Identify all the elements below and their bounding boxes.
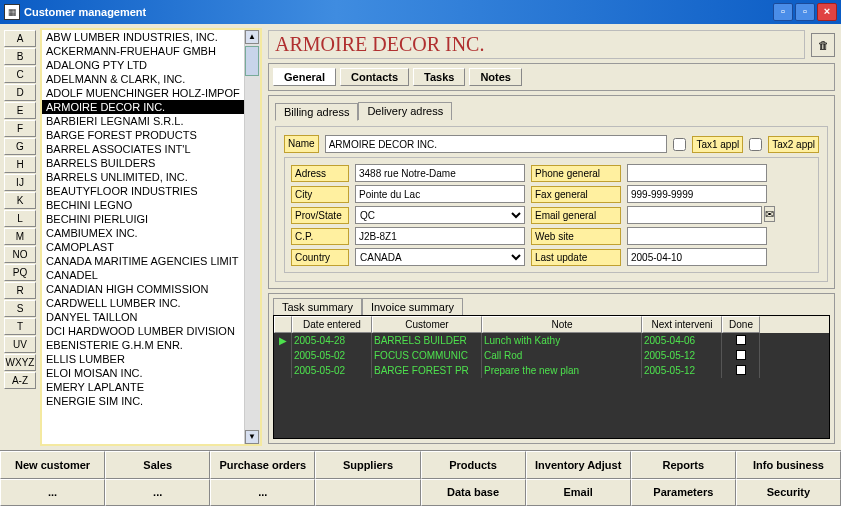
list-item[interactable]: ELOI MOISAN INC. bbox=[42, 366, 260, 380]
tab-notes[interactable]: Notes bbox=[469, 68, 522, 86]
toolbar-purchase-orders[interactable]: Purchase orders bbox=[210, 451, 315, 479]
country-select[interactable]: CANADA bbox=[355, 248, 525, 266]
toolbar-...[interactable]: ... bbox=[210, 479, 315, 507]
email-icon-button[interactable]: ✉ bbox=[764, 206, 775, 222]
list-item[interactable]: DCI HARDWOOD LUMBER DIVISION bbox=[42, 324, 260, 338]
list-item[interactable]: ADALONG PTY LTD bbox=[42, 58, 260, 72]
tab-tasks[interactable]: Tasks bbox=[413, 68, 465, 86]
alpha-F[interactable]: F bbox=[4, 120, 36, 137]
customer-list[interactable]: ABW LUMBER INDUSTRIES, INC.ACKERMANN-FRU… bbox=[40, 28, 262, 446]
alpha-B[interactable]: B bbox=[4, 48, 36, 65]
alpha-T[interactable]: T bbox=[4, 318, 36, 335]
alpha-A[interactable]: A bbox=[4, 30, 36, 47]
table-row[interactable]: ▶2005-04-28BARRELS BUILDERLunch with Kat… bbox=[274, 333, 829, 348]
web-input[interactable] bbox=[627, 227, 767, 245]
phone-input[interactable] bbox=[627, 164, 767, 182]
col-header[interactable]: Date entered bbox=[292, 316, 372, 333]
table-row[interactable]: 2005-05-02FOCUS COMMUNICCall Rod2005-05-… bbox=[274, 348, 829, 363]
toolbar-reports[interactable]: Reports bbox=[631, 451, 736, 479]
list-item[interactable]: EMERY LAPLANTE bbox=[42, 380, 260, 394]
alpha-UV[interactable]: UV bbox=[4, 336, 36, 353]
toolbar-sales[interactable]: Sales bbox=[105, 451, 210, 479]
alpha-G[interactable]: G bbox=[4, 138, 36, 155]
list-item[interactable]: CAMBIUMEX INC. bbox=[42, 226, 260, 240]
alpha-PQ[interactable]: PQ bbox=[4, 264, 36, 281]
alpha-NO[interactable]: NO bbox=[4, 246, 36, 263]
name-input[interactable] bbox=[325, 135, 668, 153]
toolbar-email[interactable]: Email bbox=[526, 479, 631, 507]
subtab-1[interactable]: Delivery adress bbox=[358, 102, 452, 120]
col-header[interactable]: Note bbox=[482, 316, 642, 333]
list-item[interactable]: BARREL ASSOCIATES INT'L bbox=[42, 142, 260, 156]
list-item[interactable]: ELLIS LUMBER bbox=[42, 352, 260, 366]
alpha-H[interactable]: H bbox=[4, 156, 36, 173]
lastupdate-input[interactable] bbox=[627, 248, 767, 266]
list-item[interactable]: ARMOIRE DECOR INC. bbox=[42, 100, 260, 114]
list-item[interactable]: ADOLF MUENCHINGER HOLZ-IMPOF bbox=[42, 86, 260, 100]
toolbar-data-base[interactable]: Data base bbox=[421, 479, 526, 507]
list-item[interactable]: ENERGIE SIM INC. bbox=[42, 394, 260, 408]
list-item[interactable]: CANADEL bbox=[42, 268, 260, 282]
scrollbar[interactable]: ▲ ▼ bbox=[244, 30, 260, 444]
cp-input[interactable] bbox=[355, 227, 525, 245]
tax2-checkbox[interactable] bbox=[749, 138, 762, 151]
provstate-select[interactable]: QC bbox=[355, 206, 525, 224]
toolbar-info-business[interactable]: Info business bbox=[736, 451, 841, 479]
col-header[interactable]: Done bbox=[722, 316, 760, 333]
delete-button[interactable]: 🗑 bbox=[811, 33, 835, 57]
list-item[interactable]: BECHINI PIERLUIGI bbox=[42, 212, 260, 226]
alpha-A-Z[interactable]: A-Z bbox=[4, 372, 36, 389]
toolbar-products[interactable]: Products bbox=[421, 451, 526, 479]
list-item[interactable]: CANADIAN HIGH COMMISSION bbox=[42, 282, 260, 296]
list-item[interactable]: BARGE FOREST PRODUCTS bbox=[42, 128, 260, 142]
list-item[interactable]: DANYEL TAILLON bbox=[42, 310, 260, 324]
scroll-down-button[interactable]: ▼ bbox=[245, 430, 259, 444]
toolbar-inventory-adjust[interactable]: Inventory Adjust bbox=[526, 451, 631, 479]
alpha-C[interactable]: C bbox=[4, 66, 36, 83]
close-button[interactable]: × bbox=[817, 3, 837, 21]
toolbar-...[interactable]: ... bbox=[0, 479, 105, 507]
alpha-E[interactable]: E bbox=[4, 102, 36, 119]
toolbar-suppliers[interactable]: Suppliers bbox=[315, 451, 420, 479]
subtab-0[interactable]: Billing adress bbox=[275, 103, 358, 121]
list-item[interactable]: BEAUTYFLOOR INDUSTRIES bbox=[42, 184, 260, 198]
alpha-K[interactable]: K bbox=[4, 192, 36, 209]
alpha-WXYZ[interactable]: WXYZ bbox=[4, 354, 36, 371]
email-input[interactable] bbox=[627, 206, 762, 224]
list-item[interactable]: BECHINI LEGNO bbox=[42, 198, 260, 212]
col-header[interactable]: Next interveni bbox=[642, 316, 722, 333]
alpha-S[interactable]: S bbox=[4, 300, 36, 317]
address-input[interactable] bbox=[355, 164, 525, 182]
window-button-1[interactable]: ▫ bbox=[773, 3, 793, 21]
list-item[interactable]: BARRELS BUILDERS bbox=[42, 156, 260, 170]
toolbar-parameters[interactable]: Parameters bbox=[631, 479, 736, 507]
list-item[interactable]: ADELMANN & CLARK, INC. bbox=[42, 72, 260, 86]
table-row[interactable]: 2005-05-02BARGE FOREST PRPrepare the new… bbox=[274, 363, 829, 378]
alpha-IJ[interactable]: IJ bbox=[4, 174, 36, 191]
list-item[interactable]: CAMOPLAST bbox=[42, 240, 260, 254]
list-item[interactable]: ABW LUMBER INDUSTRIES, INC. bbox=[42, 30, 260, 44]
alpha-D[interactable]: D bbox=[4, 84, 36, 101]
list-item[interactable]: ACKERMANN-FRUEHAUF GMBH bbox=[42, 44, 260, 58]
toolbar-security[interactable]: Security bbox=[736, 479, 841, 507]
alpha-L[interactable]: L bbox=[4, 210, 36, 227]
tax1-checkbox[interactable] bbox=[673, 138, 686, 151]
fax-input[interactable] bbox=[627, 185, 767, 203]
list-item[interactable]: CANADA MARITIME AGENCIES LIMIT bbox=[42, 254, 260, 268]
scroll-thumb[interactable] bbox=[245, 46, 259, 76]
alpha-M[interactable]: M bbox=[4, 228, 36, 245]
city-input[interactable] bbox=[355, 185, 525, 203]
list-item[interactable]: CARDWELL LUMBER INC. bbox=[42, 296, 260, 310]
col-header[interactable]: Customer bbox=[372, 316, 482, 333]
tasktab-1[interactable]: Invoice summary bbox=[362, 298, 463, 315]
toolbar-...[interactable]: ... bbox=[105, 479, 210, 507]
list-item[interactable]: BARBIERI LEGNAMI S.R.L. bbox=[42, 114, 260, 128]
list-item[interactable]: BARRELS UNLIMITED, INC. bbox=[42, 170, 260, 184]
scroll-up-button[interactable]: ▲ bbox=[245, 30, 259, 44]
window-button-2[interactable]: ▫ bbox=[795, 3, 815, 21]
tab-general[interactable]: General bbox=[273, 68, 336, 86]
tasktab-0[interactable]: Task summary bbox=[273, 298, 362, 315]
tab-contacts[interactable]: Contacts bbox=[340, 68, 409, 86]
toolbar-new-customer[interactable]: New customer bbox=[0, 451, 105, 479]
list-item[interactable]: EBENISTERIE G.H.M ENR. bbox=[42, 338, 260, 352]
